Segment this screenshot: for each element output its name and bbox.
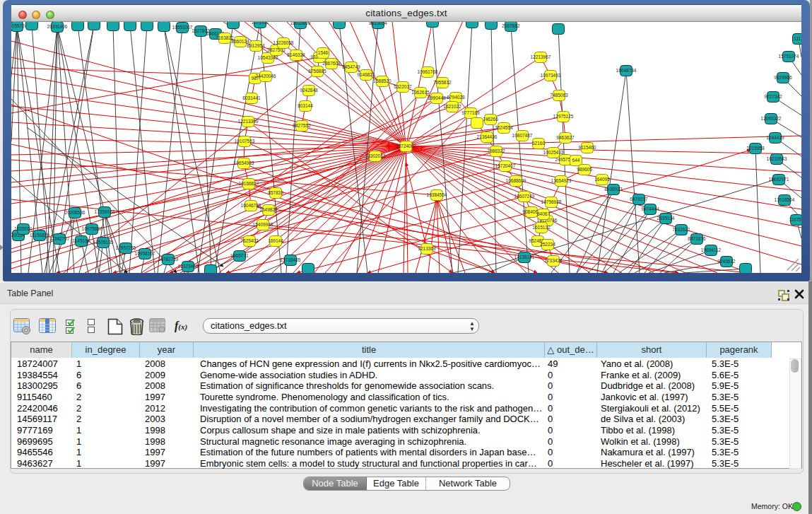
svg-text:2935114: 2935114 [657,216,675,221]
svg-text:1733426: 1733426 [544,258,563,263]
svg-text:2087682: 2087682 [502,23,520,28]
svg-text:6756885: 6756885 [308,69,326,74]
svg-text:10025433: 10025433 [543,150,564,155]
svg-text:12213369: 12213369 [238,119,259,124]
svg-text:10975887: 10975887 [82,226,102,231]
svg-text:21364436: 21364436 [477,134,498,139]
svg-text:9146821: 9146821 [357,72,375,77]
svg-text:1244419: 1244419 [766,135,784,140]
svg-text:9245612: 9245612 [717,259,736,264]
svg-text:5322037: 5322037 [394,84,412,89]
svg-text:1213369: 1213369 [418,246,436,251]
svg-text:9463627: 9463627 [556,135,575,140]
svg-text:1145194: 1145194 [73,238,90,243]
svg-text:19756928: 19756928 [541,199,562,204]
svg-text:15751074: 15751074 [779,54,799,59]
svg-text:23302033: 23302033 [365,153,386,158]
svg-text:16782759: 16782759 [158,257,179,262]
svg-text:8938923: 8938923 [604,187,623,192]
svg-text:10961768: 10961768 [418,69,438,74]
svg-text:3624554: 3624554 [495,125,513,130]
svg-text:12213967: 12213967 [531,54,551,59]
svg-text:8471676: 8471676 [688,236,706,241]
svg-text:84067: 84067 [537,211,550,216]
svg-text:857833: 857833 [268,190,283,195]
svg-text:16033809: 16033809 [290,22,311,25]
svg-text:15720407: 15720407 [495,163,516,168]
svg-text:17957255: 17957255 [116,245,136,250]
svg-text:1621022: 1621022 [443,104,461,109]
svg-text:16648784: 16648784 [616,68,637,73]
svg-text:10807487: 10807487 [512,133,533,138]
svg-text:8031441: 8031441 [242,95,261,100]
svg-text:7625402: 7625402 [240,238,259,243]
svg-text:7485063: 7485063 [550,93,568,98]
svg-text:9474444: 9474444 [641,206,659,211]
svg-text:169144: 169144 [268,238,283,243]
svg-text:10688609: 10688609 [506,178,526,183]
svg-text:11156829: 11156829 [30,233,49,238]
svg-text:16046788: 16046788 [241,203,261,208]
svg-text:8146328: 8146328 [287,52,305,57]
svg-text:18607249: 18607249 [514,194,535,199]
svg-text:9465771: 9465771 [230,253,249,258]
svg-text:10553267: 10553267 [172,25,193,30]
svg-text:10543342: 10543342 [258,55,278,60]
svg-text:15409948: 15409948 [253,222,273,227]
svg-text:20391406: 20391406 [47,24,68,29]
svg-text:644: 644 [572,158,580,163]
svg-text:9777169: 9777169 [461,110,480,115]
svg-text:8427552: 8427552 [293,123,311,128]
svg-text:15692971: 15692971 [769,177,789,182]
svg-text:24420046: 24420046 [256,74,276,78]
svg-text:19716485: 19716485 [281,257,301,262]
svg-text:803144: 803144 [298,103,313,108]
svg-text:8990448: 8990448 [428,95,446,100]
svg-text:3215958: 3215958 [746,146,765,151]
svg-text:10654112: 10654112 [701,247,722,252]
svg-text:1335061: 1335061 [14,226,33,231]
svg-text:252234: 252234 [540,242,555,247]
svg-text:9227342: 9227342 [764,94,782,99]
svg-text:1615132: 1615132 [532,225,551,230]
svg-text:164095: 164095 [594,177,610,182]
svg-text:19166827: 19166827 [239,181,259,186]
svg-text:10973493: 10973493 [541,73,561,78]
svg-text:8454749: 8454749 [342,64,360,69]
svg-text:7632621: 7632621 [672,227,690,232]
svg-text:8912954: 8912954 [247,43,265,48]
svg-text:14055724: 14055724 [11,23,28,28]
svg-text:989605: 989605 [577,167,592,172]
svg-text:20206536: 20206536 [65,210,86,215]
svg-text:1112: 1112 [794,36,801,41]
svg-text:7986322: 7986322 [487,148,505,153]
svg-text:12505135: 12505135 [93,240,114,245]
svg-text:6794028: 6794028 [447,95,465,100]
svg-text:1549822: 1549822 [259,207,278,212]
svg-text:8813054: 8813054 [369,22,387,25]
svg-text:17016504: 17016504 [775,197,795,202]
svg-text:16210643: 16210643 [767,156,787,161]
svg-text:1588520: 1588520 [373,78,392,83]
svg-text:19654983: 19654983 [234,160,254,165]
svg-text:12975125: 12975125 [553,114,574,119]
svg-text:62160: 62160 [532,141,545,146]
svg-text:1362615: 1362615 [411,90,430,95]
svg-text:14136141: 14136141 [514,255,535,259]
svg-text:13226058: 13226058 [273,40,294,45]
svg-text:12323468: 12323468 [178,264,199,269]
svg-text:9115460: 9115460 [579,145,596,150]
svg-text:116753: 116753 [789,217,801,222]
svg-text:12093322: 12093322 [761,116,782,121]
svg-text:12342757: 12342757 [49,236,70,241]
svg-text:17359934: 17359934 [95,209,115,214]
svg-text:746266: 746266 [483,117,498,122]
svg-text:1546: 1546 [318,50,329,55]
svg-text:18724007: 18724007 [396,144,416,148]
svg-text:9329966: 9329966 [774,75,792,80]
svg-text:6479197: 6479197 [630,197,648,201]
svg-text:1071911: 1071911 [252,22,269,25]
svg-text:10107553: 10107553 [235,139,255,144]
svg-text:13654923: 13654923 [551,178,572,183]
svg-text:10958107: 10958107 [135,251,155,256]
